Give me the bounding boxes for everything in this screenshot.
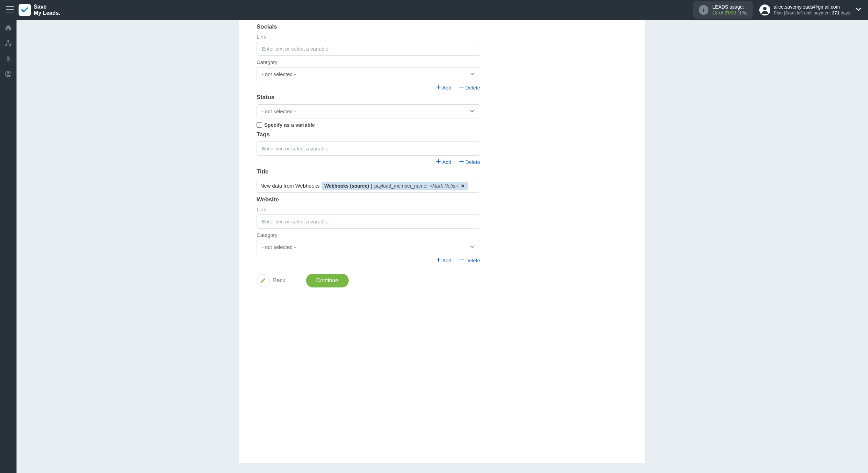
continue-button[interactable]: Continue — [306, 274, 349, 287]
user-menu[interactable]: alice.savemyleads@gmail.com Plan |Start|… — [759, 4, 850, 16]
svg-point-6 — [7, 72, 9, 74]
user-menu-chevron-icon[interactable] — [855, 6, 862, 14]
socials-link-label: Link — [257, 34, 480, 40]
plus-icon — [436, 159, 441, 165]
logo-icon — [19, 4, 31, 16]
dollar-icon: $ — [5, 55, 12, 62]
website-category-select[interactable]: - not selected - — [257, 240, 480, 254]
home-icon — [5, 24, 12, 31]
status-section-title: Status — [257, 94, 480, 101]
socials-delete-button[interactable]: Delete — [459, 85, 480, 91]
socials-add-button[interactable]: Add — [436, 85, 452, 91]
tags-delete-button[interactable]: Delete — [459, 159, 480, 165]
usage-value: 18 of 2'000 (1%) — [713, 10, 748, 16]
variable-chip: Webhooks (source) | payload_member_name:… — [322, 182, 467, 190]
plus-icon — [436, 257, 441, 263]
website-link-input[interactable] — [257, 214, 480, 229]
chevron-down-icon — [469, 71, 475, 77]
minus-icon — [459, 85, 464, 91]
website-section-title: Website — [257, 196, 480, 203]
svg-rect-2 — [6, 44, 7, 46]
socials-link-input[interactable] — [257, 42, 480, 56]
chevron-down-icon — [469, 244, 475, 250]
socials-category-label: Category — [257, 59, 480, 65]
chevron-down-icon — [469, 108, 475, 115]
avatar-icon — [759, 4, 770, 15]
form-panel: Socials Link Category - not selected - A… — [239, 20, 645, 463]
hamburger-icon — [6, 6, 14, 12]
app-logo[interactable]: Save My Leads. — [19, 4, 60, 16]
specify-variable-checkbox[interactable] — [257, 122, 262, 128]
title-input[interactable]: New data from Webhooks Webhooks (source)… — [257, 179, 480, 193]
app-header: Save My Leads. i LEADS usage: 18 of 2'00… — [0, 0, 868, 20]
title-raw-text: New data from Webhooks — [260, 183, 319, 189]
sidebar: $ — [0, 20, 17, 473]
socials-category-select[interactable]: - not selected - — [257, 67, 480, 81]
plan-info: Plan |Start| left until payment 371 days — [774, 10, 850, 16]
logo-text: Save My Leads. — [34, 4, 60, 16]
user-icon — [5, 71, 12, 77]
website-link-label: Link — [257, 207, 480, 212]
usage-label: LEADS usage: — [713, 4, 748, 10]
sidebar-item-connections[interactable] — [0, 35, 17, 51]
website-category-label: Category — [257, 232, 480, 238]
leads-usage-indicator: i LEADS usage: 18 of 2'000 (1%) — [693, 1, 753, 19]
tags-add-button[interactable]: Add — [436, 159, 452, 165]
svg-rect-1 — [8, 40, 9, 42]
user-email: alice.savemyleads@gmail.com — [774, 4, 850, 10]
svg-point-0 — [763, 7, 767, 10]
socials-section-title: Socials — [257, 23, 480, 30]
status-select[interactable]: - not selected - — [257, 104, 480, 118]
sidebar-item-account[interactable] — [0, 66, 17, 82]
plus-icon — [436, 85, 441, 91]
website-delete-button[interactable]: Delete — [459, 257, 480, 263]
specify-variable-label: Specify as a variable — [264, 122, 315, 128]
sidebar-item-home[interactable] — [0, 20, 17, 35]
connections-icon — [5, 40, 12, 46]
svg-rect-3 — [9, 44, 11, 46]
minus-icon — [459, 159, 464, 165]
pencil-icon — [257, 274, 270, 287]
back-button[interactable]: Back — [257, 274, 285, 287]
tags-input[interactable] — [257, 141, 480, 156]
website-add-button[interactable]: Add — [436, 257, 452, 263]
tags-section-title: Tags — [257, 131, 480, 138]
hamburger-menu-button[interactable] — [6, 6, 14, 14]
minus-icon — [459, 257, 464, 263]
chip-remove-button[interactable]: ✕ — [459, 183, 465, 189]
svg-text:$: $ — [7, 55, 10, 62]
title-section-title: Title — [257, 168, 480, 175]
sidebar-item-billing[interactable]: $ — [0, 51, 17, 66]
info-icon: i — [699, 5, 708, 15]
